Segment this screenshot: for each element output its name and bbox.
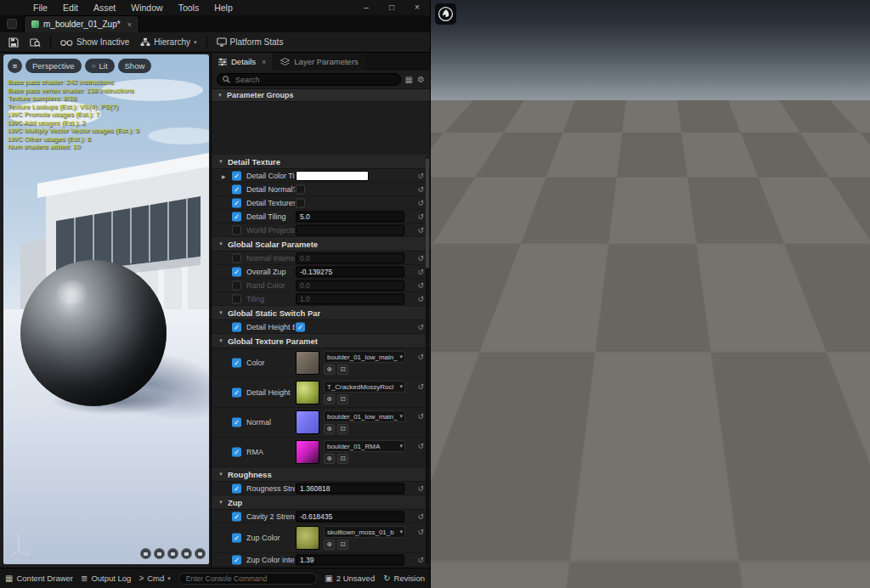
menu-window[interactable]: Window (123, 0, 170, 15)
minimize-button[interactable]: – (353, 0, 379, 15)
viewport-layout-icon[interactable] (140, 548, 151, 559)
perspective-button[interactable]: Perspective (25, 59, 82, 73)
revision-control-button[interactable]: ↻ Revision (383, 574, 425, 583)
material-preview-viewport[interactable]: ≡ Perspective ○Lit Show Base pass shader… (3, 54, 209, 564)
lit-mode-button[interactable]: ○Lit (85, 59, 115, 73)
browse-asset-icon[interactable]: ⊕ (324, 454, 335, 464)
viewport-layout-icon[interactable] (181, 548, 192, 559)
override-checkbox[interactable]: ✓ (232, 212, 241, 221)
tab-close-icon[interactable]: × (262, 58, 266, 66)
search-box[interactable] (217, 73, 401, 86)
settings-gear-icon[interactable]: ⚙ (417, 76, 425, 84)
tab-details[interactable]: Details × (212, 53, 273, 71)
output-log-button[interactable]: ≣ Output Log (81, 574, 131, 583)
use-selected-asset-icon[interactable]: ⊡ (337, 394, 348, 404)
reset-to-default-icon[interactable]: ↺ (417, 484, 424, 493)
reset-to-default-icon[interactable]: ↺ (417, 295, 424, 303)
override-checkbox[interactable] (232, 253, 241, 263)
value-field[interactable]: -0.139275 (296, 266, 404, 277)
value-checkbox[interactable] (296, 184, 305, 194)
asset-dropdown[interactable]: skulltown_moss_01_b ▾ (324, 526, 405, 538)
view-options-icon[interactable]: ▦ (405, 76, 413, 84)
use-selected-asset-icon[interactable]: ⊡ (337, 365, 348, 375)
override-checkbox[interactable]: ✓ (232, 483, 241, 493)
asset-dropdown[interactable]: boulder_01_low_main_ ▾ (324, 410, 405, 422)
reset-to-default-icon[interactable]: ↺ (417, 268, 424, 276)
scrollbar-thumb[interactable] (426, 158, 429, 269)
override-checkbox[interactable] (232, 280, 241, 290)
viewport-layout-icon[interactable] (195, 548, 206, 559)
texture-thumbnail[interactable] (296, 526, 319, 550)
unsaved-assets-button[interactable]: ▣ 2 Unsaved (325, 574, 375, 583)
level-viewport[interactable] (430, 0, 870, 588)
menu-asset[interactable]: Asset (86, 0, 123, 15)
override-checkbox[interactable]: ✓ (232, 359, 241, 368)
asset-dropdown[interactable]: boulder_01_RMA ▾ (324, 440, 405, 452)
value-field[interactable]: 1.39 (296, 554, 404, 565)
use-selected-asset-icon[interactable]: ⊡ (337, 540, 348, 550)
cmd-button[interactable]: > Cmd ▾ (138, 574, 170, 583)
override-checkbox[interactable]: ✓ (232, 388, 241, 398)
viewport-layout-icon[interactable] (154, 548, 165, 559)
override-checkbox[interactable] (232, 294, 241, 303)
viewport-layout-icon[interactable] (167, 548, 178, 559)
value-field[interactable]: 5.0 (296, 211, 404, 222)
menu-help[interactable]: Help (206, 0, 240, 15)
override-checkbox[interactable]: ✓ (232, 171, 241, 180)
override-checkbox[interactable] (232, 225, 241, 235)
reset-to-default-icon[interactable]: ↺ (417, 442, 424, 450)
reset-to-default-icon[interactable]: ↺ (417, 512, 424, 521)
value-field[interactable]: 0.0 (296, 280, 404, 291)
group-global-scalar[interactable]: ▼ Global Scalar Paramete (212, 237, 430, 252)
console-command-input[interactable] (184, 574, 311, 584)
group-roughness[interactable]: ▼ Roughness (212, 467, 430, 482)
reset-to-default-icon[interactable]: ↺ (417, 353, 424, 361)
override-checkbox[interactable]: ✓ (232, 555, 241, 564)
browse-asset-icon[interactable]: ⊕ (324, 540, 335, 550)
group-zup[interactable]: ▼ Zup (212, 495, 430, 510)
parameter-groups-header[interactable]: ▼ Parameter Groups (212, 89, 430, 102)
reset-to-default-icon[interactable]: ↺ (417, 323, 424, 331)
reset-to-default-icon[interactable]: ↺ (417, 528, 424, 536)
hierarchy-button[interactable]: Hierarchy ▾ (137, 34, 200, 51)
browse-to-asset-button[interactable] (26, 34, 44, 51)
reset-to-default-icon[interactable]: ↺ (417, 382, 424, 391)
group-global-static-switch[interactable]: ▼ Global Static Switch Par (212, 306, 430, 320)
expander-icon[interactable]: ▶ (222, 172, 226, 178)
reset-to-default-icon[interactable]: ↺ (417, 199, 424, 207)
override-checkbox[interactable]: ✓ (232, 198, 241, 207)
tab-layer-parameters[interactable]: Layer Parameters (273, 53, 365, 71)
maximize-button[interactable]: □ (379, 0, 404, 15)
browse-asset-icon[interactable]: ⊕ (324, 365, 335, 375)
value-checkbox[interactable]: ✓ (296, 322, 305, 331)
color-swatch[interactable] (296, 171, 369, 181)
value-field[interactable] (296, 224, 404, 235)
value-field[interactable]: -0.618435 (296, 511, 404, 522)
browse-asset-icon[interactable]: ⊕ (324, 394, 335, 404)
unreal-logo-button[interactable] (435, 3, 456, 25)
override-checkbox[interactable]: ✓ (232, 418, 241, 427)
override-checkbox[interactable]: ✓ (232, 448, 241, 457)
override-checkbox[interactable]: ✓ (232, 322, 241, 331)
show-inactive-button[interactable]: Show Inactive (57, 34, 133, 51)
details-scrollbar[interactable] (426, 156, 429, 564)
value-field[interactable]: 0.0 (296, 252, 404, 263)
material-preview-sphere[interactable] (20, 260, 167, 406)
group-global-texture[interactable]: ▼ Global Texture Paramet (212, 334, 430, 348)
menu-file[interactable]: File (25, 0, 55, 15)
value-field[interactable]: 1.360818 (296, 483, 404, 494)
override-checkbox[interactable]: ✓ (232, 267, 241, 276)
reset-to-default-icon[interactable]: ↺ (417, 412, 424, 421)
override-checkbox[interactable]: ✓ (232, 512, 241, 521)
platform-stats-button[interactable]: Platform Stats (213, 34, 287, 51)
editor-icon[interactable] (0, 15, 24, 32)
tab-close-icon[interactable]: × (127, 20, 132, 29)
texture-thumbnail[interactable] (296, 351, 319, 375)
close-button[interactable]: × (404, 0, 430, 15)
asset-dropdown[interactable]: T_CrackedMossyRocl ▾ (324, 381, 405, 393)
reset-to-default-icon[interactable]: ↺ (417, 556, 424, 564)
reset-to-default-icon[interactable]: ↺ (417, 226, 424, 235)
viewport-menu-button[interactable]: ≡ (8, 59, 22, 73)
texture-thumbnail[interactable] (296, 440, 319, 464)
reset-to-default-icon[interactable]: ↺ (417, 281, 424, 290)
